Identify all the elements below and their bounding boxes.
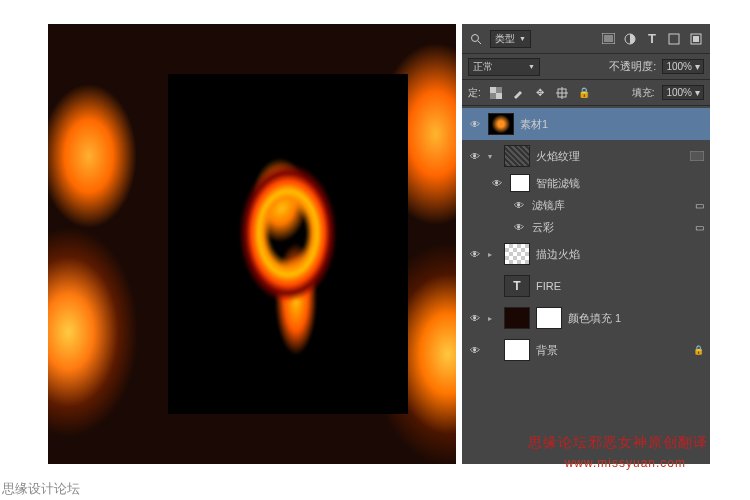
fire-artwork	[208, 134, 368, 354]
filter-settings-icon[interactable]: ▭	[695, 222, 704, 233]
layers-list: 👁 素材1 👁 ▾ 火焰纹理 👁 智能滤镜 👁 滤镜库 ▭	[462, 106, 710, 368]
layer-name[interactable]: 颜色填充 1	[568, 311, 704, 326]
layer-item[interactable]: 👁 滤镜库 ▭	[462, 194, 710, 216]
layer-item[interactable]: 👁 背景 🔒	[462, 334, 710, 366]
svg-rect-14	[690, 151, 704, 161]
filter-shape-icon[interactable]	[666, 31, 682, 47]
lock-position-icon[interactable]: ✥	[533, 86, 547, 100]
layer-item[interactable]: 👁 ▸ 颜色填充 1	[462, 302, 710, 334]
watermark-url: www.missyuan.com	[565, 456, 686, 470]
visibility-toggle[interactable]: 👁	[490, 178, 504, 189]
layer-thumbnail[interactable]	[504, 243, 530, 265]
svg-rect-9	[490, 87, 496, 93]
filter-settings-icon[interactable]: ▭	[695, 200, 704, 211]
document-canvas[interactable]	[168, 74, 408, 414]
chevron-down-icon: ▾	[695, 87, 700, 98]
smart-object-badge	[690, 151, 704, 161]
search-icon[interactable]	[468, 31, 484, 47]
layer-item[interactable]: T FIRE	[462, 270, 710, 302]
expand-toggle[interactable]: ▾	[488, 152, 498, 161]
lock-paint-icon[interactable]	[511, 86, 525, 100]
watermark-text: 思缘论坛邪恶女神原创翻译	[528, 434, 708, 452]
layers-panel: 类型▼ T 正常▼ 不透明度: 100%▾ 定: ✥ 🔒 填充: 100%▾	[462, 24, 710, 464]
layer-thumbnail[interactable]	[504, 339, 530, 361]
expand-toggle[interactable]: ▸	[488, 250, 498, 259]
fill-thumbnail[interactable]	[504, 307, 530, 329]
lock-icon: 🔒	[693, 345, 704, 355]
visibility-toggle[interactable]: 👁	[468, 313, 482, 324]
svg-line-1	[478, 41, 481, 44]
layer-item[interactable]: 👁 ▸ 描边火焰	[462, 238, 710, 270]
filter-pixel-icon[interactable]	[600, 31, 616, 47]
visibility-toggle[interactable]: 👁	[512, 200, 526, 211]
opacity-input[interactable]: 100%▾	[662, 59, 704, 74]
opacity-label: 不透明度:	[609, 59, 656, 74]
blend-row: 正常▼ 不透明度: 100%▾	[462, 54, 710, 80]
svg-rect-10	[496, 93, 502, 99]
layer-name[interactable]: 智能滤镜	[536, 176, 704, 191]
svg-rect-5	[669, 34, 679, 44]
blend-mode-value: 正常	[473, 60, 493, 74]
lock-label: 定:	[468, 86, 481, 100]
visibility-toggle[interactable]: 👁	[468, 249, 482, 260]
lock-all-icon[interactable]: 🔒	[577, 86, 591, 100]
type-layer-icon[interactable]: T	[504, 275, 530, 297]
mask-thumbnail[interactable]	[536, 307, 562, 329]
filter-type-dropdown[interactable]: 类型▼	[490, 30, 531, 48]
layer-item[interactable]: 👁 素材1	[462, 108, 710, 140]
layer-item[interactable]: 👁 智能滤镜	[462, 172, 710, 194]
filter-type-icon[interactable]: T	[644, 31, 660, 47]
layer-item[interactable]: 👁 云彩 ▭	[462, 216, 710, 238]
layer-name[interactable]: 滤镜库	[532, 198, 689, 213]
chevron-down-icon: ▼	[528, 63, 535, 70]
layer-thumbnail[interactable]	[504, 145, 530, 167]
chevron-down-icon: ▾	[695, 61, 700, 72]
lock-transparency-icon[interactable]	[489, 86, 503, 100]
layer-name[interactable]: 素材1	[520, 117, 704, 132]
layer-item[interactable]: 👁 ▾ 火焰纹理	[462, 140, 710, 172]
panel-filter-row: 类型▼ T	[462, 24, 710, 54]
layer-name[interactable]: FIRE	[536, 280, 704, 292]
mask-thumbnail[interactable]	[510, 174, 530, 192]
svg-point-0	[472, 34, 479, 41]
svg-rect-7	[693, 36, 699, 42]
fill-input[interactable]: 100%▾	[662, 85, 704, 100]
blend-mode-dropdown[interactable]: 正常▼	[468, 58, 540, 76]
chevron-down-icon: ▼	[519, 35, 526, 42]
layer-name[interactable]: 火焰纹理	[536, 149, 684, 164]
footer-text: 思缘设计论坛	[2, 480, 80, 498]
lock-artboard-icon[interactable]	[555, 86, 569, 100]
canvas-area[interactable]	[48, 24, 456, 464]
layer-name[interactable]: 云彩	[532, 220, 689, 235]
lock-row: 定: ✥ 🔒 填充: 100%▾	[462, 80, 710, 106]
opacity-value: 100%	[666, 61, 692, 72]
layer-name[interactable]: 背景	[536, 343, 687, 358]
visibility-toggle[interactable]: 👁	[468, 119, 482, 130]
visibility-toggle[interactable]: 👁	[512, 222, 526, 233]
layer-thumbnail[interactable]	[488, 113, 514, 135]
filter-smart-icon[interactable]	[688, 31, 704, 47]
filter-adjust-icon[interactable]	[622, 31, 638, 47]
fill-label: 填充:	[632, 86, 655, 100]
layer-name[interactable]: 描边火焰	[536, 247, 704, 262]
expand-toggle[interactable]: ▸	[488, 314, 498, 323]
fill-value: 100%	[666, 87, 692, 98]
visibility-toggle[interactable]: 👁	[468, 151, 482, 162]
filter-type-label: 类型	[495, 32, 515, 46]
svg-rect-3	[604, 35, 613, 42]
visibility-toggle[interactable]: 👁	[468, 345, 482, 356]
